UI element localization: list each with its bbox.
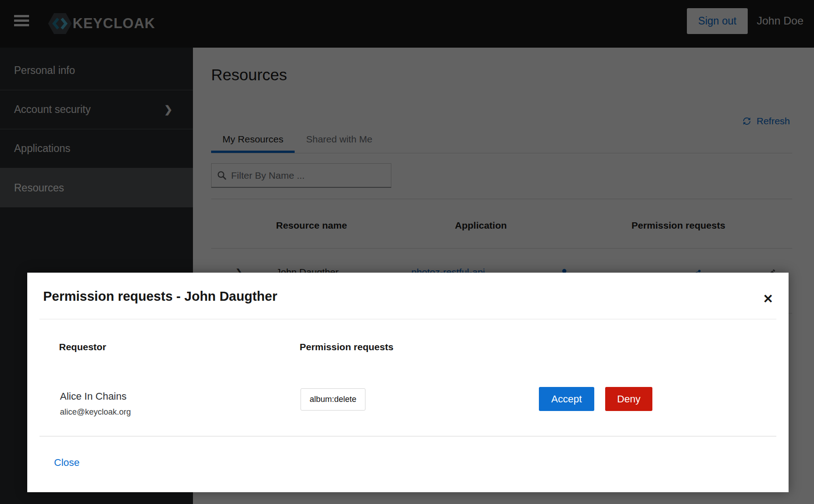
permission-requests-modal: Permission requests - John Daugther ✕ Re… — [27, 273, 789, 492]
divider — [39, 436, 776, 436]
accept-button[interactable]: Accept — [539, 387, 594, 411]
deny-button[interactable]: Deny — [605, 387, 652, 411]
requestor-email: alice@keycloak.org — [60, 407, 131, 417]
modal-column-header-requestor: Requestor — [59, 342, 106, 352]
close-link[interactable]: Close — [54, 457, 79, 469]
modal-column-header-permission-requests: Permission requests — [300, 342, 394, 352]
close-icon[interactable]: ✕ — [763, 292, 773, 306]
modal-title: Permission requests - John Daugther — [43, 289, 277, 304]
requestor-name: Alice In Chains — [60, 391, 127, 402]
divider — [39, 319, 776, 319]
permission-chip: album:delete — [301, 388, 365, 411]
